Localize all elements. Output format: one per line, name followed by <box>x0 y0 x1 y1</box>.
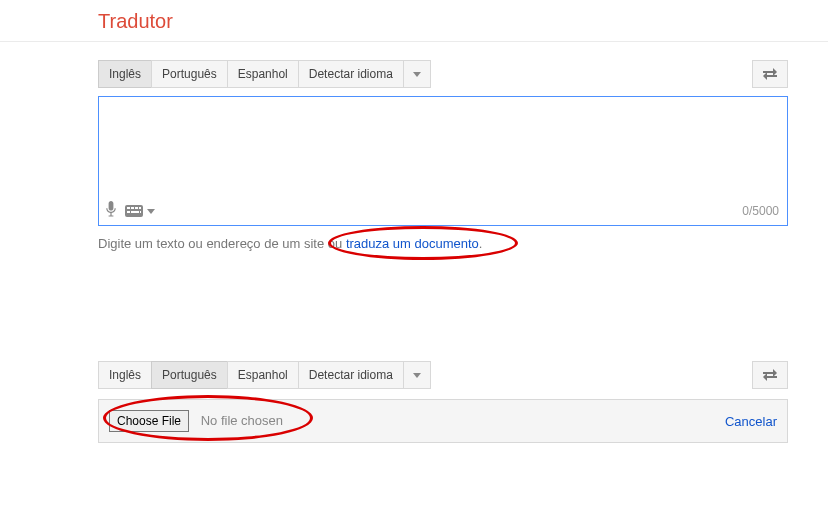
chevron-down-icon <box>413 373 421 378</box>
hint-text: Digite um texto ou endereço de um site o… <box>98 236 788 251</box>
swap-icon <box>762 368 778 382</box>
swap-languages-button[interactable] <box>752 60 788 88</box>
source-lang-row: Inglês Português Espanhol Detectar idiom… <box>98 60 788 88</box>
choose-file-button[interactable]: Choose File <box>109 410 189 432</box>
input-footer: 0/5000 <box>105 201 779 221</box>
mic-icon[interactable] <box>105 201 117 221</box>
lang-tab-espanhol-2[interactable]: Espanhol <box>227 361 299 389</box>
swap-icon <box>762 67 778 81</box>
char-counter: 0/5000 <box>742 204 779 218</box>
lang-tab-portugues-2[interactable]: Português <box>151 361 228 389</box>
source-lang-row-2: Inglês Português Espanhol Detectar idiom… <box>98 361 788 389</box>
chevron-down-icon <box>147 209 155 214</box>
translate-panel-bottom: Inglês Português Espanhol Detectar idiom… <box>98 361 788 443</box>
source-text-container: 0/5000 <box>98 96 788 226</box>
lang-tab-espanhol[interactable]: Espanhol <box>227 60 299 88</box>
chevron-down-icon <box>413 72 421 77</box>
translate-document-link[interactable]: traduza um documento <box>346 236 479 251</box>
lang-tab-portugues[interactable]: Português <box>151 60 228 88</box>
hint-suffix: . <box>479 236 483 251</box>
keyboard-icon <box>125 205 143 217</box>
cancel-link[interactable]: Cancelar <box>725 414 777 429</box>
swap-languages-button-2[interactable] <box>752 361 788 389</box>
lang-dropdown-2[interactable] <box>403 361 431 389</box>
lang-tab-ingles[interactable]: Inglês <box>98 60 152 88</box>
lang-tab-detectar-2[interactable]: Detectar idioma <box>298 361 404 389</box>
keyboard-toggle[interactable] <box>125 205 155 217</box>
app-title: Tradutor <box>98 10 173 32</box>
translate-panel-top: Inglês Português Espanhol Detectar idiom… <box>98 60 788 251</box>
no-file-label: No file chosen <box>201 413 283 428</box>
lang-dropdown[interactable] <box>403 60 431 88</box>
file-upload-row: Choose File No file chosen Cancelar <box>98 399 788 443</box>
lang-tab-ingles-2[interactable]: Inglês <box>98 361 152 389</box>
lang-tab-detectar[interactable]: Detectar idioma <box>298 60 404 88</box>
hint-prefix: Digite um texto ou endereço de um site o… <box>98 236 346 251</box>
source-text-input[interactable] <box>99 97 787 197</box>
